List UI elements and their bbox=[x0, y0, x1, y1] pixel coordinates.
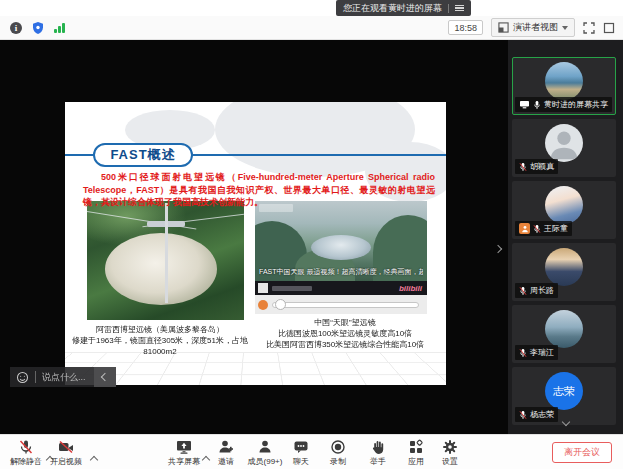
mic-muted-icon bbox=[18, 439, 34, 455]
gear-icon bbox=[442, 439, 458, 455]
right-caption-line1: 中国“天眼”望远镜 bbox=[255, 318, 435, 329]
participants-sidebar: 黄时进的屏幕共享 胡颖真 王际童 bbox=[508, 40, 623, 434]
slide-title: FAST概述 bbox=[93, 143, 193, 167]
participant-name: 胡颖真 bbox=[530, 161, 554, 172]
player-slider-knob bbox=[275, 299, 286, 310]
settings-label: 设置 bbox=[442, 456, 458, 467]
participant-label: 杨志荣 bbox=[515, 407, 558, 422]
mic-muted-icon bbox=[533, 224, 541, 234]
start-video-button[interactable]: 开启视频 bbox=[42, 439, 90, 467]
video-overlay-caption: FAST中国天眼 最适视频！超高清晰度，经典画面，超燃介绍 bbox=[259, 267, 423, 277]
view-mode-label: 演讲者视图 bbox=[513, 21, 558, 34]
fullscreen-icon[interactable] bbox=[583, 22, 595, 34]
chat-label: 聊天 bbox=[293, 456, 309, 467]
meeting-time: 18:58 bbox=[448, 20, 483, 35]
apps-grid-icon bbox=[408, 439, 424, 455]
watching-banner: 您正在观看黄时进的屏幕 bbox=[336, 0, 471, 16]
info-icon[interactable]: i bbox=[10, 22, 22, 34]
emoji-icon[interactable] bbox=[16, 371, 29, 384]
arecibo-photo bbox=[87, 201, 244, 320]
avatar bbox=[545, 62, 583, 100]
chat-bubble-icon bbox=[293, 439, 309, 455]
quick-chat-bar[interactable]: 说点什么... bbox=[10, 367, 116, 387]
signal-icon[interactable] bbox=[54, 23, 65, 33]
participant-label: 周长路 bbox=[515, 283, 558, 298]
video-progress-bar bbox=[255, 295, 427, 314]
bilibili-logo: bilibili bbox=[399, 284, 422, 293]
avatar bbox=[545, 248, 583, 286]
camera-muted-icon bbox=[58, 439, 74, 455]
person-icon bbox=[257, 439, 273, 455]
shield-icon[interactable] bbox=[32, 21, 44, 35]
participant-label: 李瑞江 bbox=[515, 345, 558, 360]
chevron-left-icon bbox=[100, 373, 108, 381]
participant-tile-sharing[interactable]: 黄时进的屏幕共享 bbox=[512, 57, 616, 115]
mic-muted-icon bbox=[519, 348, 527, 358]
watching-banner-text: 您正在观看黄时进的屏幕 bbox=[343, 2, 442, 15]
top-toolbar: i 18:58 演讲者视图 bbox=[0, 16, 623, 40]
shared-screen-stage: FAST概述 500米口径球面射电望远镜（Five-hundred-meter … bbox=[0, 40, 508, 434]
layout-icon bbox=[498, 22, 509, 33]
left-caption-line1: 阿雷西博望远镜（美属波多黎各岛） bbox=[67, 324, 253, 335]
participant-label: 王际童 bbox=[515, 221, 572, 236]
qr-code bbox=[258, 283, 268, 293]
participant-name: 黄时进的屏幕共享 bbox=[544, 99, 608, 110]
presentation-slide: FAST概述 500米口径球面射电望远镜（Five-hundred-meter … bbox=[65, 102, 446, 385]
screen-share-icon bbox=[176, 439, 192, 455]
participant-name: 杨志荣 bbox=[530, 409, 554, 420]
participant-tile[interactable]: 胡颖真 bbox=[512, 119, 616, 177]
participant-name: 王际童 bbox=[544, 223, 568, 234]
more-participants-button[interactable] bbox=[560, 408, 572, 432]
avatar-initials: 志荣 bbox=[553, 384, 575, 399]
settings-button[interactable]: 设置 bbox=[426, 439, 474, 467]
mic-muted-icon bbox=[519, 410, 527, 420]
raise-hand-label: 举手 bbox=[370, 456, 386, 467]
fast-video-frame: FAST中国天眼 最适视频！超高清晰度，经典画面，超燃介绍 bilibili bbox=[255, 201, 427, 314]
slide-body-text: 500米口径球面射电望远镜（Five-hundred-meter Apertur… bbox=[83, 171, 435, 209]
invite-person-icon bbox=[218, 439, 234, 455]
person-silhouette-icon bbox=[545, 124, 583, 162]
chat-collapse-button[interactable] bbox=[94, 367, 116, 387]
avatar bbox=[545, 124, 583, 162]
avatar bbox=[545, 186, 583, 224]
participant-label: 黄时进的屏幕共享 bbox=[515, 97, 612, 112]
divider bbox=[35, 371, 36, 383]
fast-dish bbox=[311, 235, 371, 260]
video-banner: bilibili bbox=[255, 281, 427, 295]
chevron-right-icon bbox=[494, 245, 502, 253]
screen-share-icon bbox=[519, 100, 530, 109]
right-caption-line2: 比德国波恩100米望远镜灵敏度高10倍 bbox=[255, 329, 435, 340]
window-icon[interactable] bbox=[603, 22, 615, 34]
record-label: 录制 bbox=[330, 456, 346, 467]
meeting-window: 您正在观看黄时进的屏幕 i 18:58 演讲者视图 bbox=[0, 0, 623, 469]
participant-tile[interactable]: 王际童 bbox=[512, 181, 616, 239]
hand-raised-icon bbox=[519, 223, 530, 234]
share-screen-label: 共享屏幕 bbox=[168, 456, 200, 467]
left-caption-line2: 修建于1963年，镜面直径305米，深度51米，占地81000m2 bbox=[67, 335, 253, 357]
view-mode-button[interactable]: 演讲者视图 bbox=[491, 18, 575, 37]
right-caption: 中国“天眼”望远镜 比德国波恩100米望远镜灵敏度高10倍 比美国阿雷西博350… bbox=[255, 318, 435, 350]
avatar bbox=[545, 310, 583, 348]
leave-meeting-button[interactable]: 离开会议 bbox=[552, 442, 612, 463]
participant-tile[interactable]: 李瑞江 bbox=[512, 305, 616, 363]
participant-name: 李瑞江 bbox=[530, 347, 554, 358]
participant-tile[interactable]: 周长路 bbox=[512, 243, 616, 301]
apps-label: 应用 bbox=[408, 456, 424, 467]
left-caption: 阿雷西博望远镜（美属波多黎各岛） 修建于1963年，镜面直径305米，深度51米… bbox=[67, 324, 253, 358]
record-icon bbox=[330, 439, 346, 455]
sidebar-collapse-button[interactable] bbox=[491, 234, 505, 260]
invite-label: 邀请 bbox=[218, 456, 234, 467]
unmute-label: 解除静音 bbox=[10, 456, 42, 467]
right-caption-line3: 比美国阿雷西博350米望远镜综合性能高10倍 bbox=[255, 340, 435, 351]
start-video-label: 开启视频 bbox=[50, 456, 82, 467]
avatar: 志荣 bbox=[545, 372, 583, 410]
menu-icon[interactable] bbox=[455, 5, 464, 12]
mic-muted-icon bbox=[519, 286, 527, 296]
player-avatar-icon bbox=[258, 300, 268, 310]
video-options-button[interactable] bbox=[88, 446, 100, 469]
arecibo-dish bbox=[105, 233, 217, 305]
chat-input-placeholder[interactable]: 说点什么... bbox=[42, 371, 94, 384]
participant-label: 胡颖真 bbox=[515, 159, 558, 174]
notification-strip: 您正在观看黄时进的屏幕 bbox=[0, 0, 623, 16]
mic-muted-icon bbox=[519, 162, 527, 172]
